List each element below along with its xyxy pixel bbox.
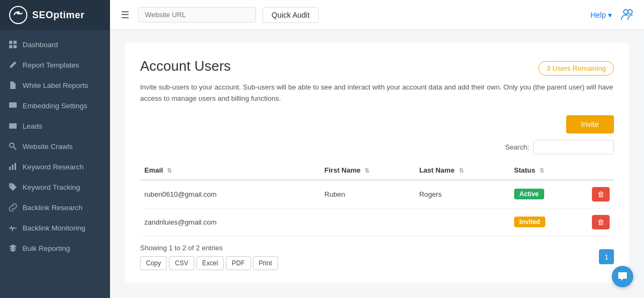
user-firstname bbox=[320, 208, 415, 236]
svg-rect-3 bbox=[13, 41, 17, 44]
seoptimer-logo-icon bbox=[9, 5, 28, 25]
mail-icon bbox=[9, 122, 17, 130]
sidebar-item-label: Website Crawls bbox=[23, 143, 73, 151]
col-header-lastname: Last Name ⇅ bbox=[415, 161, 510, 180]
search-label: Search: bbox=[505, 143, 529, 151]
user-account-button[interactable] bbox=[620, 6, 635, 23]
sidebar-item-label: White Label Reports bbox=[23, 81, 88, 90]
sidebar-item-label: Backlink Research bbox=[23, 204, 83, 212]
hamburger-button[interactable]: ☰ bbox=[119, 7, 131, 23]
svg-point-0 bbox=[10, 6, 27, 24]
svg-point-14 bbox=[628, 10, 632, 14]
export-excel-button[interactable]: Excel bbox=[196, 256, 224, 270]
sidebar-item-keyword-tracking[interactable]: Keyword Tracking bbox=[0, 177, 110, 197]
search-input[interactable] bbox=[533, 140, 614, 154]
sort-icon-status[interactable]: ⇅ bbox=[539, 167, 544, 174]
sidebar-item-embedding-settings[interactable]: Embedding Settings bbox=[0, 95, 110, 116]
sort-icon-firstname[interactable]: ⇅ bbox=[364, 167, 369, 174]
sidebar-item-keyword-research[interactable]: Keyword Research bbox=[0, 157, 110, 177]
svg-point-8 bbox=[10, 143, 14, 147]
svg-rect-10 bbox=[9, 167, 11, 170]
user-status: Invited bbox=[510, 208, 576, 236]
svg-rect-12 bbox=[14, 163, 16, 170]
user-status: Active bbox=[510, 180, 576, 208]
sidebar-item-backlink-research[interactable]: Backlink Research bbox=[0, 197, 110, 218]
svg-line-9 bbox=[14, 147, 17, 150]
sidebar-item-label: Keyword Tracking bbox=[23, 183, 80, 191]
sidebar-item-label: Keyword Research bbox=[23, 163, 84, 171]
sidebar-item-bulk-reporting[interactable]: Bulk Reporting bbox=[0, 238, 110, 258]
topbar-right: Help ▾ bbox=[590, 6, 635, 23]
help-button[interactable]: Help ▾ bbox=[590, 11, 612, 19]
col-header-firstname: First Name ⇅ bbox=[320, 161, 415, 180]
sidebar-item-label: Leads bbox=[23, 122, 42, 130]
sidebar-item-label: Embedding Settings bbox=[23, 102, 87, 110]
sidebar-item-backlink-monitoring[interactable]: Backlink Monitoring bbox=[0, 218, 110, 238]
sidebar-logo: SEOptimer bbox=[0, 0, 110, 30]
activity-icon bbox=[9, 224, 17, 232]
sidebar-item-report-templates[interactable]: Report Templates bbox=[0, 55, 110, 75]
export-print-button[interactable]: Print bbox=[253, 256, 278, 270]
quick-audit-button[interactable]: Quick Audit bbox=[262, 7, 319, 23]
topbar: ☰ Quick Audit Help ▾ bbox=[110, 0, 644, 30]
sidebar-item-leads[interactable]: Leads bbox=[0, 116, 110, 136]
content-area: Account Users 3 Users Remaining Invite s… bbox=[110, 30, 644, 298]
table-header: Email ⇅ First Name ⇅ Last Name ⇅ Statu bbox=[140, 161, 614, 180]
sort-icon-lastname[interactable]: ⇅ bbox=[459, 167, 464, 174]
website-url-input[interactable] bbox=[138, 7, 256, 23]
logo-text: SEOptimer bbox=[32, 10, 85, 21]
export-copy-button[interactable]: Copy bbox=[140, 256, 167, 270]
page-1-button[interactable]: 1 bbox=[599, 249, 614, 264]
table-body: ruben0610@gmail.com Ruben Rogers Active … bbox=[140, 180, 614, 236]
sidebar: SEOptimer Dashboard Report Templates Whi… bbox=[0, 0, 110, 298]
sidebar-item-label: Dashboard bbox=[23, 41, 58, 49]
chat-bubble-button[interactable] bbox=[612, 266, 633, 287]
file-icon bbox=[9, 81, 17, 90]
user-action-cell: 🗑 bbox=[576, 208, 614, 236]
invite-row: Invite bbox=[140, 115, 614, 133]
users-remaining-badge: 3 Users Remaining bbox=[538, 61, 614, 76]
export-buttons: CopyCSVExcelPDFPrint bbox=[140, 256, 278, 270]
user-email: zandriluies@gmail.com bbox=[140, 208, 320, 236]
table-row: zandriluies@gmail.com Invited 🗑 bbox=[140, 208, 614, 236]
bar-chart-icon bbox=[9, 162, 17, 171]
status-badge: Invited bbox=[514, 217, 546, 227]
svg-rect-6 bbox=[9, 102, 17, 108]
table-row: ruben0610@gmail.com Ruben Rogers Active … bbox=[140, 180, 614, 208]
help-label: Help bbox=[590, 11, 606, 19]
sidebar-item-label: Bulk Reporting bbox=[23, 244, 70, 252]
sidebar-item-label: Report Templates bbox=[23, 61, 79, 69]
page-title: Account Users bbox=[140, 58, 231, 74]
main-area: ☰ Quick Audit Help ▾ Account Users 3 bbox=[110, 0, 644, 298]
page-card: Account Users 3 Users Remaining Invite s… bbox=[125, 43, 629, 283]
user-email: ruben0610@gmail.com bbox=[140, 180, 320, 208]
user-firstname: Ruben bbox=[320, 180, 415, 208]
chat-icon bbox=[617, 271, 628, 282]
table-footer: Showing 1 to 2 of 2 entries CopyCSVExcel… bbox=[140, 244, 614, 270]
sidebar-navigation: Dashboard Report Templates White Label R… bbox=[0, 30, 110, 298]
export-pdf-button[interactable]: PDF bbox=[226, 256, 251, 270]
delete-user-button[interactable]: 🗑 bbox=[592, 215, 610, 229]
sidebar-item-website-crawls[interactable]: Website Crawls bbox=[0, 136, 110, 157]
invite-button[interactable]: Invite bbox=[566, 115, 614, 133]
sort-icon-email[interactable]: ⇅ bbox=[167, 167, 172, 174]
svg-point-13 bbox=[624, 10, 628, 14]
user-lastname: Rogers bbox=[415, 180, 510, 208]
svg-rect-2 bbox=[9, 41, 12, 44]
link-icon bbox=[9, 203, 17, 212]
help-dropdown-arrow: ▾ bbox=[608, 11, 612, 19]
col-header-email: Email ⇅ bbox=[140, 161, 320, 180]
svg-point-1 bbox=[17, 11, 20, 14]
search-icon bbox=[9, 142, 17, 151]
sidebar-item-dashboard[interactable]: Dashboard bbox=[0, 34, 110, 55]
page-description: Invite sub-users to your account. Sub-us… bbox=[140, 82, 614, 105]
delete-user-button[interactable]: 🗑 bbox=[592, 187, 610, 202]
page-header: Account Users 3 Users Remaining bbox=[140, 58, 614, 76]
export-csv-button[interactable]: CSV bbox=[169, 256, 194, 270]
sidebar-item-white-label-reports[interactable]: White Label Reports bbox=[0, 75, 110, 95]
grid-icon bbox=[9, 40, 17, 49]
tag-icon bbox=[9, 183, 17, 191]
pagination: 1 bbox=[599, 249, 614, 264]
search-row: Search: bbox=[140, 140, 614, 154]
user-table: Email ⇅ First Name ⇅ Last Name ⇅ Statu bbox=[140, 161, 614, 236]
